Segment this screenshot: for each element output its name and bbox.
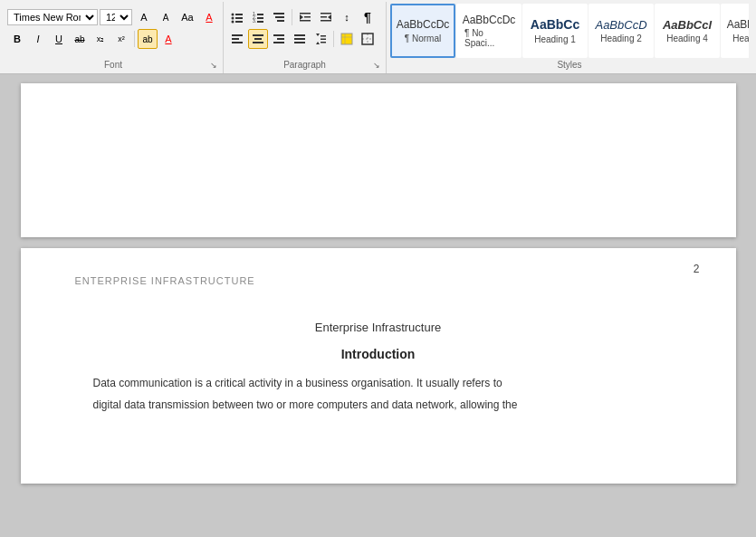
svg-rect-30 [277, 38, 284, 40]
toolbar-wrapper: Times New Roman 12 A A Aa A B I U ab x₂ [0, 0, 756, 74]
show-para-button[interactable]: ¶ [358, 7, 378, 27]
svg-rect-16 [300, 13, 311, 14]
bullets-button[interactable] [227, 7, 247, 27]
svg-rect-13 [275, 16, 284, 18]
svg-rect-33 [294, 38, 305, 40]
font-color-button[interactable]: A [158, 29, 178, 49]
style-h2-preview: AaBbCcD [595, 18, 646, 33]
style-item-h5[interactable]: AaBbCcDc Heading 5 [721, 4, 749, 58]
style-h2-label: Heading 2 [600, 34, 642, 43]
page-2: 2 ENTERPRISE INFRASTRUCTURE Enterprise I… [21, 248, 736, 484]
svg-rect-28 [253, 42, 263, 43]
align-right-button[interactable] [269, 29, 289, 49]
numbering-button[interactable]: 1.2.3. [248, 7, 268, 27]
clear-format-button[interactable]: A [199, 7, 219, 27]
svg-marker-35 [316, 34, 320, 36]
style-normal-preview: AaBbCcDc [397, 18, 450, 31]
svg-rect-40 [341, 34, 352, 44]
svg-rect-38 [321, 39, 326, 41]
paragraph-bottom-row [227, 29, 382, 49]
font-group-label: Font [7, 58, 219, 72]
svg-point-2 [232, 17, 234, 20]
highlight-button[interactable]: ab [138, 29, 158, 49]
svg-rect-23 [232, 34, 243, 36]
underline-button[interactable]: U [49, 29, 69, 49]
style-item-h4[interactable]: AaBbCcl Heading 4 [655, 4, 720, 58]
font-options-button[interactable]: Aa [177, 7, 197, 27]
svg-rect-24 [232, 38, 239, 40]
bold-button[interactable]: B [7, 29, 27, 49]
line-spacing-button[interactable] [311, 29, 330, 49]
svg-rect-9 [257, 17, 263, 19]
svg-rect-5 [235, 21, 243, 23]
borders-button[interactable] [358, 29, 378, 49]
font-group: Times New Roman 12 A A Aa A B I U ab x₂ [4, 2, 224, 73]
font-group-content: Times New Roman 12 A A Aa A B I U ab x₂ [7, 4, 219, 58]
font-grow-button[interactable]: A [134, 7, 154, 27]
paragraph-group: 1.2.3. ↕ ¶ [224, 2, 387, 73]
svg-rect-29 [273, 34, 284, 36]
font-name-select[interactable]: Times New Roman [7, 9, 98, 25]
style-normal-label: ¶ Normal [405, 34, 441, 43]
svg-text:3.: 3. [253, 18, 256, 24]
svg-rect-3 [235, 17, 243, 19]
page-1 [21, 83, 736, 237]
document-area: 2 ENTERPRISE INFRASTRUCTURE Enterprise I… [0, 74, 756, 537]
font-corner-btn[interactable]: ↘ [210, 61, 221, 72]
style-h1-preview: AaBbCc [531, 17, 579, 33]
justify-button[interactable] [290, 29, 310, 49]
para-divider2 [333, 31, 334, 47]
strikethrough-button[interactable]: ab [70, 29, 90, 49]
svg-rect-21 [321, 16, 327, 18]
align-center-button[interactable] [248, 29, 268, 49]
svg-rect-12 [273, 13, 284, 14]
doc-content: Enterprise Infrastructure Introduction D… [75, 321, 682, 415]
style-nospacing-preview: AaBbCcDc [463, 14, 516, 26]
svg-rect-26 [253, 34, 263, 36]
align-left-button[interactable] [227, 29, 247, 49]
italic-button[interactable]: I [28, 29, 48, 49]
svg-rect-31 [273, 42, 284, 43]
ribbon: Times New Roman 12 A A Aa A B I U ab x₂ [0, 0, 756, 74]
subscript-button[interactable]: x₂ [91, 29, 110, 49]
paragraph-corner-btn[interactable]: ↘ [373, 61, 384, 72]
style-item-normal[interactable]: AaBbCcDc ¶ Normal [390, 4, 455, 58]
svg-marker-15 [300, 14, 303, 20]
multilevel-button[interactable] [269, 7, 289, 27]
superscript-button[interactable]: x² [111, 29, 131, 49]
font-bottom-row: B I U ab x₂ x² ab A [7, 29, 178, 49]
style-item-h2[interactable]: AaBbCcD Heading 2 [589, 4, 654, 58]
style-item-h1[interactable]: AaBbCc Heading 1 [522, 4, 588, 58]
styles-group-label: Styles [390, 58, 749, 72]
page-number: 2 [694, 263, 700, 275]
decrease-indent-button[interactable] [295, 7, 315, 27]
increase-indent-button[interactable] [316, 7, 336, 27]
style-item-nospacing[interactable]: AaBbCcDc ¶ No Spaci... [456, 4, 522, 58]
font-size-select[interactable]: 12 [100, 9, 132, 25]
svg-point-4 [232, 21, 234, 24]
paragraph-top-row: 1.2.3. ↕ ¶ [227, 7, 382, 27]
paragraph-group-label: Paragraph [227, 58, 382, 72]
font-divider [134, 31, 135, 47]
sort-button[interactable]: ↕ [337, 7, 357, 27]
svg-marker-19 [328, 14, 331, 20]
font-shrink-button[interactable]: A [156, 7, 176, 27]
svg-rect-18 [300, 20, 311, 22]
svg-rect-22 [321, 20, 331, 22]
para-divider1 [292, 9, 292, 25]
style-h5-label: Heading 5 [732, 34, 749, 43]
svg-point-0 [232, 14, 234, 16]
svg-rect-37 [321, 35, 326, 37]
svg-rect-32 [294, 34, 305, 36]
svg-rect-1 [235, 14, 243, 15]
font-top-row: Times New Roman 12 A A Aa A [7, 7, 219, 27]
shading-button[interactable] [337, 29, 357, 49]
svg-rect-7 [257, 14, 263, 15]
doc-title: Enterprise Infrastructure [75, 321, 682, 334]
styles-group: AaBbCcDc ¶ Normal AaBbCcDc ¶ No Spaci...… [387, 2, 752, 73]
svg-rect-14 [277, 20, 284, 22]
paragraph-content: 1.2.3. ↕ ¶ [227, 4, 382, 49]
svg-rect-17 [304, 16, 311, 18]
page-header: ENTERPRISE INFRASTRUCTURE [75, 275, 255, 286]
svg-marker-36 [316, 42, 320, 44]
